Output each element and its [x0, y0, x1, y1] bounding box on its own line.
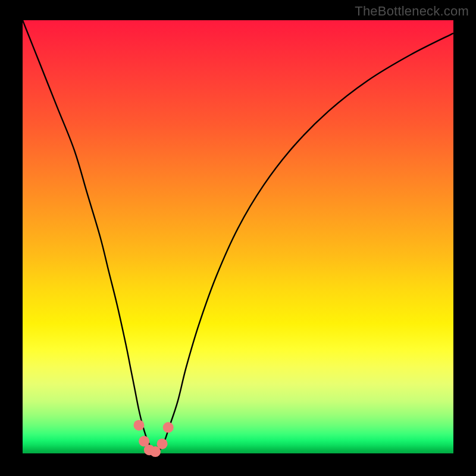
curve-marker [133, 420, 144, 431]
curve-marker [163, 422, 174, 433]
curve-svg [23, 20, 453, 453]
plot-area [23, 20, 453, 453]
watermark-text: TheBottleneck.com [355, 4, 469, 19]
curve-marker [157, 439, 168, 449]
bottleneck-curve [23, 20, 453, 453]
curve-markers [133, 420, 173, 457]
chart-frame: TheBottleneck.com [0, 0, 476, 476]
